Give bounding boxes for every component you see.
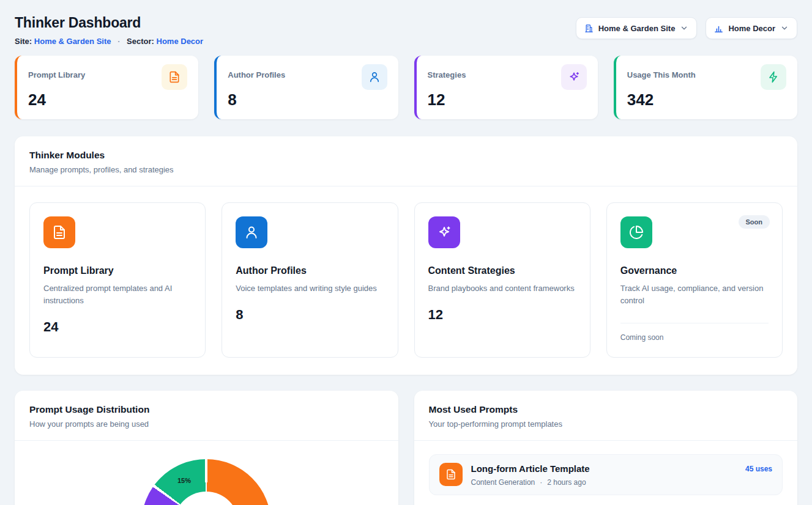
prompt-usage-donut-chart: 15% <box>141 459 271 505</box>
prompt-title: Long-form Article Template <box>471 463 737 474</box>
lightning-icon <box>761 64 786 90</box>
modules-grid: Prompt Library Centralized prompt templa… <box>15 186 797 375</box>
stat-card-usage: Usage This Month 342 <box>614 56 797 119</box>
site-link[interactable]: Home & Garden Site <box>34 37 111 46</box>
module-title: Content Strategies <box>428 265 576 276</box>
donut-segment-label: 15% <box>177 477 191 484</box>
site-sector-breadcrumb: Site: Home & Garden Site · Sector: Home … <box>15 37 203 46</box>
prompts-card-subtitle: Your top-performing prompt templates <box>429 419 783 429</box>
stat-label: Usage This Month <box>627 64 696 79</box>
header: Thinker Dashboard Site: Home & Garden Si… <box>15 15 797 46</box>
user-icon <box>236 216 267 248</box>
module-title: Prompt Library <box>43 265 192 276</box>
module-description: Brand playbooks and content frameworks <box>428 282 576 295</box>
prompt-meta: Content Generation · 2 hours ago <box>471 478 737 487</box>
thinker-modules-section: Thinker Modules Manage prompts, profiles… <box>15 136 797 375</box>
usage-card-subtitle: How your prompts are being used <box>29 419 384 429</box>
thinker-dashboard-page: Thinker Dashboard Site: Home & Garden Si… <box>0 0 812 505</box>
module-card-governance[interactable]: Soon Governance Track AI usage, complian… <box>606 202 783 358</box>
divider <box>620 323 769 323</box>
document-icon <box>162 64 187 90</box>
sparkle-star-icon <box>561 64 587 90</box>
module-card-author-profiles[interactable]: Author Profiles Voice templates and writ… <box>222 202 398 358</box>
prompt-category: Content Generation <box>471 478 535 487</box>
site-label: Site: <box>15 37 32 46</box>
stat-card-strategies: Strategies 12 <box>414 56 598 119</box>
stat-label: Prompt Library <box>28 64 85 79</box>
module-description: Centralized prompt templates and AI inst… <box>43 282 192 307</box>
module-description: Voice templates and writing style guides <box>236 282 384 295</box>
modules-title: Thinker Modules <box>29 150 783 161</box>
header-selectors: Home & Garden Site Home Decor <box>576 15 797 39</box>
prompts-card-header: Most Used Prompts Your top-performing pr… <box>414 391 798 440</box>
sparkle-star-icon <box>428 216 460 248</box>
document-icon <box>439 463 463 486</box>
sector-selector-dropdown[interactable]: Home Decor <box>706 17 797 39</box>
modules-subtitle: Manage prompts, profiles, and strategies <box>29 165 783 174</box>
sector-link[interactable]: Home Decor <box>157 37 204 46</box>
prompt-uses-badge: 45 uses <box>745 463 772 473</box>
building-icon <box>584 24 594 33</box>
prompt-usage-distribution-card: Prompt Usage Distribution How your promp… <box>15 391 398 505</box>
stat-value: 342 <box>627 90 786 109</box>
module-title: Governance <box>620 265 769 276</box>
document-icon <box>43 216 75 248</box>
module-count: 12 <box>428 307 576 323</box>
prompt-info: Long-form Article Template Content Gener… <box>471 463 737 487</box>
stat-label: Author Profiles <box>228 64 285 79</box>
site-selector-dropdown[interactable]: Home & Garden Site <box>576 17 698 39</box>
stats-row: Prompt Library 24 Author Profiles 8 Stra… <box>15 56 797 119</box>
separator-dot: · <box>117 37 120 46</box>
title-block: Thinker Dashboard Site: Home & Garden Si… <box>15 15 203 46</box>
prompt-list-item[interactable]: Long-form Article Template Content Gener… <box>429 454 783 495</box>
site-selector-value: Home & Garden Site <box>598 24 676 33</box>
bottom-row: Prompt Usage Distribution How your promp… <box>15 391 797 505</box>
module-card-prompt-library[interactable]: Prompt Library Centralized prompt templa… <box>29 202 206 358</box>
bar-chart-icon <box>714 24 723 33</box>
most-used-prompts-card: Most Used Prompts Your top-performing pr… <box>414 391 798 505</box>
sector-label: Sector: <box>127 37 154 46</box>
prompt-time: 2 hours ago <box>547 478 586 487</box>
soon-badge: Soon <box>739 215 770 229</box>
chevron-down-icon <box>780 24 789 32</box>
usage-card-header: Prompt Usage Distribution How your promp… <box>15 391 398 440</box>
usage-card-title: Prompt Usage Distribution <box>29 404 384 415</box>
coming-soon-label: Coming soon <box>620 333 769 342</box>
donut-chart-area: 15% <box>15 441 398 505</box>
pie-chart-icon <box>620 216 652 248</box>
divider <box>414 440 798 441</box>
page-title: Thinker Dashboard <box>15 15 203 31</box>
stat-value: 8 <box>228 90 387 109</box>
module-count: 24 <box>43 319 192 335</box>
modules-header: Thinker Modules Manage prompts, profiles… <box>15 136 797 186</box>
stat-card-prompt-library: Prompt Library 24 <box>15 56 198 119</box>
sector-selector-value: Home Decor <box>728 24 775 33</box>
stat-card-author-profiles: Author Profiles 8 <box>214 56 398 119</box>
chevron-down-icon <box>680 24 688 32</box>
module-title: Author Profiles <box>236 265 384 276</box>
module-description: Track AI usage, compliance, and version … <box>620 282 769 307</box>
stat-value: 24 <box>28 90 187 109</box>
user-icon <box>362 64 387 90</box>
separator-dot: · <box>540 478 542 487</box>
stat-value: 12 <box>428 90 587 109</box>
donut-hole <box>174 492 239 505</box>
prompts-card-title: Most Used Prompts <box>429 404 783 415</box>
module-card-content-strategies[interactable]: Content Strategies Brand playbooks and c… <box>414 202 590 358</box>
stat-label: Strategies <box>428 64 466 79</box>
module-count: 8 <box>236 307 384 323</box>
